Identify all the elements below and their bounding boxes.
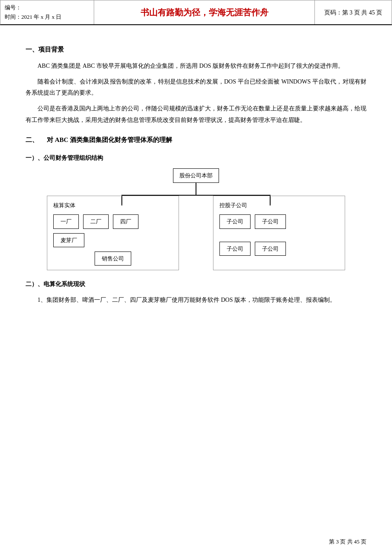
section2-title-num: 二、 xyxy=(26,134,38,146)
org-right-spacer xyxy=(219,233,339,237)
org-panel-right: 控股子公司 子公司 子公司 子公司 子公司 xyxy=(213,196,345,271)
subsection1-title: 一）、公司财务管理组织结构 xyxy=(26,153,366,163)
org-box-sub3: 子公司 xyxy=(219,242,251,256)
main-content: 一、项目背景 ABC 酒类集团是 ABC 市较早开展电算化的企业集团，所选用 D… xyxy=(0,25,392,327)
header-page-number: 页码：第 3 页 共 45 页 xyxy=(315,0,392,24)
section1-title: 一、项目背景 xyxy=(26,44,366,55)
org-box-xiaoshou: 销售公司 xyxy=(95,251,131,266)
section1-para2: 随着会计制度、会计准则及报告制度的改革，特别是信息技术的发展，DOS 平台已经全… xyxy=(26,76,366,99)
header-left: 编号： 时间：2021 年 x 月 x 日 xyxy=(0,0,94,24)
org-box-sub1: 子公司 xyxy=(219,214,251,228)
header-slogan: 书山有路勤为径，学海无涯苦作舟 xyxy=(94,0,315,24)
org-box-sub4: 子公司 xyxy=(255,242,286,256)
org-v-line-top xyxy=(196,183,196,195)
org-box-sichang: 四厂 xyxy=(113,214,138,228)
page-header: 编号： 时间：2021 年 x 月 x 日 书山有路勤为径，学海无涯苦作舟 页码… xyxy=(0,0,392,25)
section2-title: 二、 对 ABC 酒类集团集团化财务管理体系的理解 xyxy=(26,134,366,146)
section1-para1: ABC 酒类集团是 ABC 市较早开展电算化的企业集团，所选用 DOS 版财务软… xyxy=(26,61,366,72)
org-box-erchang: 二厂 xyxy=(83,214,109,228)
org-box-xiaoshou-wrapper: 销售公司 xyxy=(53,251,173,266)
header-date: 时间：2021 年 x 月 x 日 xyxy=(5,12,89,22)
page-footer: 第 3 页 共 45 页 xyxy=(329,537,366,546)
page: 编号： 时间：2021 年 x 月 x 日 书山有路勤为径，学海无涯苦作舟 页码… xyxy=(0,0,392,555)
org-box-yichang: 一厂 xyxy=(53,214,79,228)
header-code-label: 编号： xyxy=(5,3,89,12)
org-top-box: 股份公司本部 xyxy=(173,168,219,182)
org-top-level: 股份公司本部 xyxy=(173,168,219,182)
org-box-sub2: 子公司 xyxy=(255,214,286,228)
org-panel-left-title: 核算实体 xyxy=(53,200,173,210)
section2-title-text: 对 ABC 酒类集团集团化财务管理体系的理解 xyxy=(47,134,172,146)
subsection2-title: 二）、电算化系统现状 xyxy=(26,279,366,289)
org-panel-left-boxes: 一厂 二厂 四厂 麦芽厂 销售公司 xyxy=(53,214,173,266)
org-box-mayachang: 麦芽厂 xyxy=(53,233,84,247)
org-chart: 股份公司本部 核算实体 一厂 二厂 四厂 xyxy=(26,168,366,270)
section1-para3: 公司是在香港及国内上两地上市的公司，伴随公司规模的迅速扩大，财务工作无论在数量上… xyxy=(26,103,366,126)
org-panels: 核算实体 一厂 二厂 四厂 麦芽厂 销售公司 控股子公司 xyxy=(47,196,345,271)
org-panel-right-boxes: 子公司 子公司 子公司 子公司 xyxy=(219,214,339,256)
org-panel-left: 核算实体 一厂 二厂 四厂 麦芽厂 销售公司 xyxy=(47,196,179,271)
org-panel-right-title: 控股子公司 xyxy=(219,200,339,210)
list-item-1: 1、集团财务部、啤酒一厂、二厂、四厂及麦芽糖厂使用万能财务软件 DOS 版本，功… xyxy=(37,295,366,306)
